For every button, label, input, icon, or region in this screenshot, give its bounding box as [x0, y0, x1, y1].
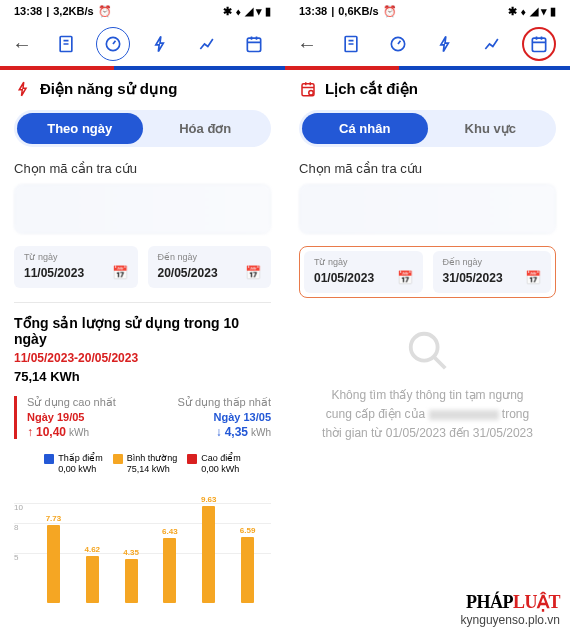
- status-bar: 13:38 | 0,6KB/s ⏰ ✱ ⬧ ◢ ▾ ▮: [285, 0, 570, 22]
- lookup-label: Chọn mã cần tra cứu: [14, 161, 271, 176]
- calendar-icon: 📅: [245, 265, 261, 280]
- status-speed: 0,6KB/s: [338, 5, 378, 17]
- back-button[interactable]: ←: [8, 29, 36, 60]
- status-time: 13:38: [299, 5, 327, 17]
- status-bar: 13:38 | 3,2KB/s ⏰ ✱ ⬧ ◢ ▾ ▮: [0, 0, 285, 22]
- calendar-icon: 📅: [397, 270, 413, 285]
- nav-bolt-icon[interactable]: [143, 27, 177, 61]
- nav-gauge-icon[interactable]: [96, 27, 130, 61]
- phone-left: 13:38 | 3,2KB/s ⏰ ✱ ⬧ ◢ ▾ ▮ ← Điện năng …: [0, 0, 285, 633]
- section-header: Điện năng sử dụng: [14, 80, 271, 98]
- status-right-icons: ✱ ⬧ ◢ ▾ ▮: [223, 5, 271, 18]
- stripe: [285, 66, 570, 70]
- calendar-icon: 📅: [112, 265, 128, 280]
- lookup-label: Chọn mã cần tra cứu: [299, 161, 556, 176]
- segment-control: Theo ngày Hóa đơn: [14, 110, 271, 147]
- usage-stats: Sử dụng cao nhất Ngày 19/05 ↑ 10,40 kWh …: [14, 396, 271, 439]
- svg-rect-5: [532, 38, 545, 51]
- page-title: Lịch cắt điện: [325, 80, 418, 98]
- usage-bar-chart: 5810 7.734.624.356.439.636.59: [14, 483, 271, 603]
- phone-right: 13:38 | 0,6KB/s ⏰ ✱ ⬧ ◢ ▾ ▮ ← Lịch cắt đ…: [285, 0, 570, 633]
- svg-rect-2: [247, 38, 260, 51]
- chart-legend: Thấp điểm0,00 kWh Bình thường75,14 kWh C…: [14, 453, 271, 475]
- seg-area[interactable]: Khu vực: [428, 113, 554, 144]
- summary-range: 11/05/2023-20/05/2023: [14, 351, 271, 365]
- date-to-input[interactable]: Đến ngày 31/05/2023📅: [433, 251, 552, 293]
- nav-calendar-icon[interactable]: [237, 27, 271, 61]
- customer-code-input[interactable]: [14, 184, 271, 234]
- back-button[interactable]: ←: [293, 29, 321, 60]
- watermark: PHÁPLUẬT kynguyenso.plo.vn: [461, 591, 560, 627]
- page-title: Điện năng sử dụng: [40, 80, 177, 98]
- nav-invoice-icon[interactable]: [49, 27, 83, 61]
- seg-by-day[interactable]: Theo ngày: [17, 113, 143, 144]
- date-from-input[interactable]: Từ ngày 01/05/2023📅: [304, 251, 423, 293]
- nav-bolt-icon[interactable]: [428, 27, 462, 61]
- status-time: 13:38: [14, 5, 42, 17]
- calendar-icon: 📅: [525, 270, 541, 285]
- navbar: ←: [285, 22, 570, 66]
- nav-invoice-icon[interactable]: [334, 27, 368, 61]
- navbar: ←: [0, 22, 285, 66]
- svg-point-8: [410, 334, 437, 361]
- segment-control: Cá nhân Khu vực: [299, 110, 556, 147]
- section-header: Lịch cắt điện: [299, 80, 556, 98]
- date-from-input[interactable]: Từ ngày 11/05/2023📅: [14, 246, 138, 288]
- nav-chart-icon[interactable]: [190, 27, 224, 61]
- date-to-input[interactable]: Đến ngày 20/05/2023📅: [148, 246, 272, 288]
- svg-point-7: [309, 91, 314, 96]
- nav-calendar-icon[interactable]: [522, 27, 556, 61]
- seg-invoice[interactable]: Hóa đơn: [143, 113, 269, 144]
- empty-state: Không tìm thấy thông tin tạm ngưng cung …: [299, 298, 556, 474]
- stripe: [0, 66, 285, 70]
- summary-value: 75,14 KWh: [14, 369, 271, 384]
- seg-personal[interactable]: Cá nhân: [302, 113, 428, 144]
- status-right-icons: ✱ ⬧ ◢ ▾ ▮: [508, 5, 556, 18]
- summary-title: Tổng sản lượng sử dụng trong 10 ngày: [14, 315, 271, 347]
- nav-chart-icon[interactable]: [475, 27, 509, 61]
- status-speed: 3,2KB/s: [53, 5, 93, 17]
- search-icon: [405, 328, 451, 374]
- nav-gauge-icon[interactable]: [381, 27, 415, 61]
- customer-code-input[interactable]: [299, 184, 556, 234]
